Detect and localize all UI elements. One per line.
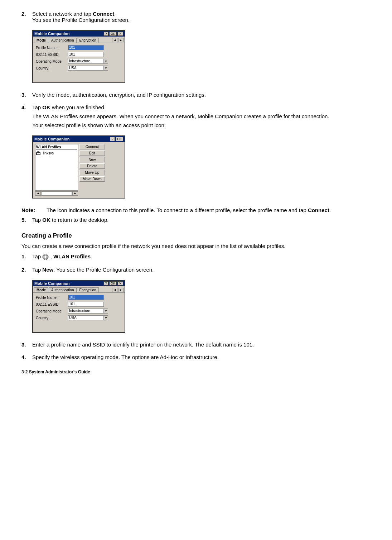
dialog-3-essid-row: 802.11 ESSID: 101 <box>36 302 122 307</box>
dialog-2-ok-button[interactable]: OK <box>116 137 123 141</box>
step-c4: 4. Specify the wireless operating mode. … <box>21 354 371 363</box>
dialog-3-profile-name-label: Profile Name : <box>36 296 68 300</box>
tab-authentication-1[interactable]: Authentication <box>49 38 76 43</box>
dialog-3-titlebar: Mobile Companion ? OK ✕ <box>33 281 125 286</box>
step-c4-number: 4. <box>21 354 32 363</box>
wlan-list-item[interactable]: linksys <box>36 151 77 155</box>
dialog-3-country-input[interactable]: USA <box>68 315 104 320</box>
new-button[interactable]: New <box>79 157 105 162</box>
section-heading: Creating a Profile <box>21 232 371 239</box>
dialog-3-close-button[interactable]: ✕ <box>117 281 123 286</box>
step-c1-number: 1. <box>21 253 32 263</box>
dialog-2: Mobile Companion ? OK WLAN Profiles <box>32 135 125 199</box>
dialog-1-tabs: Mode Authentication Encryption ◄ ► <box>33 37 125 43</box>
dialog-1-body: Profile Name : 101 802.11 ESSID: 101 Ope… <box>33 43 125 82</box>
tab-next-1[interactable]: ► <box>118 38 124 42</box>
step-4: 4. Tap OK when you are finished. The WLA… <box>21 104 371 204</box>
scroll-track <box>41 191 72 196</box>
dialog-2-body: WLAN Profiles linksys <box>33 142 125 198</box>
connect-button[interactable]: Connect <box>79 144 105 149</box>
dialog-1-titlebar: Mobile Companion ? OK ✕ <box>33 31 125 37</box>
step-c3-text: Enter a profile name and SSID to identif… <box>32 341 371 348</box>
dialog-3-body: Profile Name : 101 802.11 ESSID: 101 Ope… <box>33 293 125 332</box>
dialog-3-opmode-input[interactable]: Infrastructure <box>68 309 104 314</box>
step-4-text: Tap OK when you are finished. <box>32 104 371 110</box>
dialog-3-tab-nav: ◄ ► <box>112 287 124 292</box>
wlan-buttons-panel: Connect Edit New Delete Move Up Move Dow… <box>79 144 105 196</box>
step-c1-content: Tap , WLAN Profiles. <box>32 253 371 263</box>
step-3-number: 3. <box>21 92 32 101</box>
scroll-left-button[interactable]: ◄ <box>35 191 41 196</box>
svg-rect-1 <box>37 153 40 154</box>
dialog-1-opmode-label: Operating Mode: <box>36 59 68 63</box>
dialog-3-country-arrow[interactable]: ▼ <box>104 315 108 320</box>
dialog-3-opmode-row: Operating Mode: Infrastructure ▼ <box>36 309 122 314</box>
dialog-1-opmode-arrow[interactable]: ▼ <box>104 59 108 64</box>
tab-mode-1[interactable]: Mode <box>34 38 48 43</box>
tab-prev-3[interactable]: ◄ <box>112 288 117 292</box>
step-c3: 3. Enter a profile name and SSID to iden… <box>21 341 371 350</box>
dialog-1: Mobile Companion ? OK ✕ Mode Authenticat… <box>32 30 125 83</box>
wlan-list-item-name: linksys <box>43 151 54 155</box>
step-c2-content: Tap New. You see the Profile Configurati… <box>32 267 371 338</box>
dialog-1-opmode-input[interactable]: Infrastructure <box>68 59 104 64</box>
dialog-1-profile-name-label: Profile Name : <box>36 46 68 50</box>
dialog-1-essid-input[interactable]: 101 <box>68 52 104 57</box>
tab-encryption-3[interactable]: Encryption <box>77 287 99 292</box>
dialog-3-essid-label: 802.11 ESSID: <box>36 302 68 306</box>
dialog-2-help-button[interactable]: ? <box>110 137 115 141</box>
step-4-number: 4. <box>21 104 32 204</box>
dialog-3-essid-input[interactable]: 101 <box>68 302 104 307</box>
dialog-2-titlebar-buttons: ? OK <box>110 137 123 141</box>
step-4-content: Tap OK when you are finished. The WLAN P… <box>32 104 371 204</box>
network-icon <box>42 254 49 260</box>
tab-next-3[interactable]: ► <box>118 288 124 292</box>
step-2-text: Select a network and tap Connect. You se… <box>32 11 371 23</box>
step-c2: 2. Tap New. You see the Profile Configur… <box>21 267 371 338</box>
dialog-1-titlebar-buttons: ? OK ✕ <box>103 32 123 36</box>
page-footer: 3-2 System Administrator's Guide <box>21 369 371 374</box>
step-4-para2: Your selected profile is shown with an a… <box>32 122 371 128</box>
dialog-3-tabs: Mode Authentication Encryption ◄ ► <box>33 286 125 293</box>
dialog-3-title: Mobile Companion <box>34 281 69 286</box>
step-5-content: Tap OK to return to the desktop. <box>32 217 371 226</box>
dialog-3-opmode-label: Operating Mode: <box>36 309 68 313</box>
dialog-1-profile-name-input[interactable]: 101 <box>68 45 104 50</box>
section-intro: You can create a new connection profile … <box>21 243 371 249</box>
wlan-list-header: WLAN Profiles <box>36 145 77 150</box>
step-4-para1: The WLAN Profiles screen appears. When y… <box>32 113 371 119</box>
dialog-3-help-button[interactable]: ? <box>103 281 108 286</box>
tab-mode-3[interactable]: Mode <box>34 287 48 292</box>
dialog-1-tab-nav: ◄ ► <box>112 38 124 43</box>
step-2-number: 2. <box>21 11 32 88</box>
dialog-1-country-input[interactable]: USA <box>68 66 104 71</box>
step-5-text: Tap OK to return to the desktop. <box>32 217 371 223</box>
tab-encryption-1[interactable]: Encryption <box>77 38 99 43</box>
tab-prev-1[interactable]: ◄ <box>112 38 117 42</box>
step-2: 2. Select a network and tap Connect. You… <box>21 11 371 88</box>
dialog-3-country-label: Country: <box>36 316 68 320</box>
delete-button[interactable]: Delete <box>79 163 105 169</box>
scroll-right-button[interactable]: ► <box>72 191 78 196</box>
dialog-3-profile-name-input[interactable]: 101 <box>68 295 104 300</box>
dialog-1-title: Mobile Companion <box>34 32 69 36</box>
move-up-button[interactable]: Move Up <box>79 170 105 175</box>
move-down-button[interactable]: Move Down <box>79 176 105 182</box>
note-block: Note: The icon indicates a connection to… <box>21 207 371 213</box>
note-label: Note: <box>21 207 47 213</box>
step-c4-text: Specify the wireless operating mode. The… <box>32 354 371 360</box>
dialog-3-opmode-arrow[interactable]: ▼ <box>104 309 108 314</box>
dialog-1-help-button[interactable]: ? <box>103 32 108 36</box>
dialog-1-ok-button[interactable]: OK <box>109 32 117 36</box>
dialog-3-profile-name-row: Profile Name : 101 <box>36 295 122 300</box>
step-c1-text: Tap , WLAN Profiles. <box>32 253 371 260</box>
tab-authentication-3[interactable]: Authentication <box>49 287 76 292</box>
note-content: The icon indicates a connection to this … <box>47 207 371 213</box>
dialog-3: Mobile Companion ? OK ✕ Mode Authenticat… <box>32 280 125 333</box>
step-5-number: 5. <box>21 217 32 226</box>
dialog-3-ok-button[interactable]: OK <box>109 281 117 286</box>
edit-button[interactable]: Edit <box>79 150 105 156</box>
dialog-1-country-arrow[interactable]: ▼ <box>104 66 108 71</box>
dialog-1-essid-label: 802.11 ESSID: <box>36 53 68 57</box>
dialog-1-close-button[interactable]: ✕ <box>117 32 123 36</box>
